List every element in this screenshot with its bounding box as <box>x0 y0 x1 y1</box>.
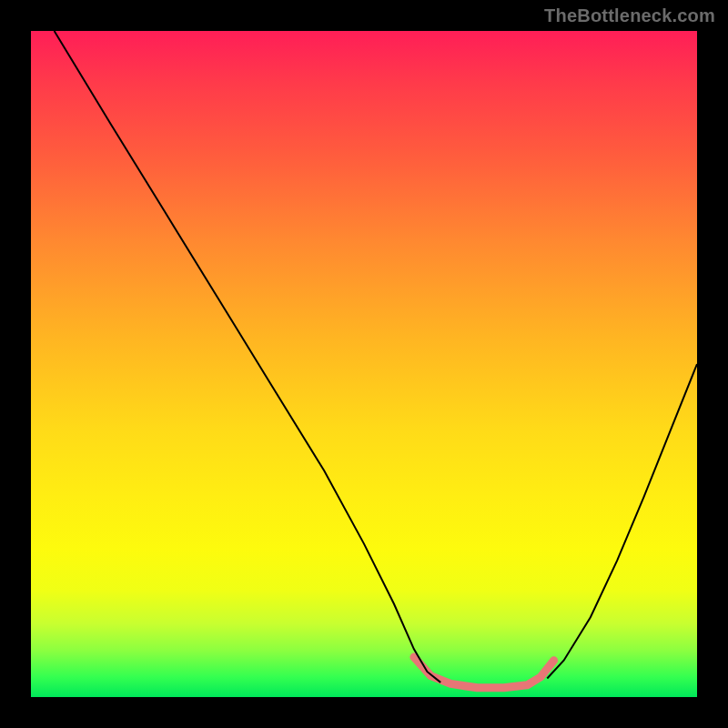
watermark-text: TheBottleneck.com <box>544 5 715 26</box>
curve-layer <box>31 31 697 697</box>
basin-highlight-path <box>414 657 554 688</box>
right-branch-path <box>547 364 697 679</box>
chart-frame: TheBottleneck.com <box>0 0 728 728</box>
left-branch-path <box>55 31 441 682</box>
